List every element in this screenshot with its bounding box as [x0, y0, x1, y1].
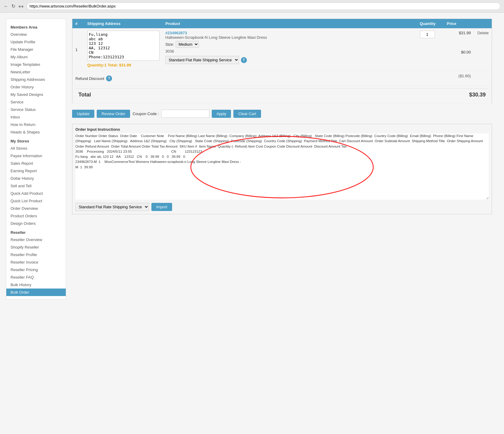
quantity-input[interactable]	[420, 31, 435, 38]
import-shipping-select[interactable]: Standard Flat Rate Shipping Service Expr…	[75, 203, 149, 211]
reseller-title: Reseller	[6, 227, 66, 236]
col-number: #	[72, 19, 84, 29]
total-label: Total	[78, 92, 91, 98]
sidebar-item-quick-list-product[interactable]: Quick List Product	[6, 197, 66, 205]
refund-row: Refund Discount ? ($1.60)	[72, 71, 492, 86]
sidebar-item-product-orders[interactable]: Product Orders	[6, 212, 66, 220]
sidebar-item-update-profile[interactable]: Update Profile	[6, 38, 66, 46]
sidebar-item-overview[interactable]: Overview	[6, 31, 66, 38]
order-row-1: 1 Fu,liang abc ab 123 12 AA, 12312 CN Ph…	[72, 28, 492, 71]
sidebar-item-sales-report[interactable]: Sales Report	[6, 160, 66, 167]
sidebar-item-all-stores[interactable]: All Stores	[6, 145, 66, 152]
sidebar-item-service-status[interactable]: Service Status	[6, 106, 66, 113]
product-name: Halloween-Scrapbook-N Long Sleeve Longli…	[165, 35, 414, 40]
qty-total-text: Quantity:1 Total: $31.99	[87, 62, 159, 69]
shipping-fee: $0.00	[447, 50, 471, 54]
price-cell: $31.99 $0.00	[444, 28, 474, 71]
sidebar-item-how-to-return[interactable]: How to Return	[6, 121, 66, 128]
sidebar-item-heads-shapes[interactable]: Heads & Shapes	[6, 128, 66, 136]
shipping-service-select[interactable]: Standard Flat Rate Shipping Service Expr…	[165, 56, 239, 64]
sidebar-item-service[interactable]: Service	[6, 98, 66, 106]
size-row: Size: Medium Small Large XL	[165, 41, 414, 48]
url-bar[interactable]	[27, 2, 500, 10]
members-area-title: Members Area	[6, 22, 66, 31]
action-bar: Update Review Order Coupon Code : Apply …	[72, 107, 492, 121]
coupon-input[interactable]	[161, 110, 209, 118]
sidebar-item-reseller-invoice[interactable]: Reseller Invoice	[6, 258, 66, 266]
browser-bar: ← ↻ ●●	[0, 0, 504, 13]
refresh-button[interactable]: ↻	[11, 3, 15, 9]
col-shipping: Shipping Address	[84, 19, 162, 29]
sidebar-item-my-saved-designs[interactable]: My Saved Designs	[6, 91, 66, 98]
sidebar-item-order-history[interactable]: Order History	[6, 83, 66, 91]
size-select[interactable]: Medium Small Large XL	[176, 41, 199, 48]
order-number-link[interactable]: #234962873	[165, 31, 187, 35]
shipping-service-row: Standard Flat Rate Shipping Service Expr…	[165, 56, 414, 64]
sidebar-item-design-orders[interactable]: Design Orders	[6, 220, 66, 227]
sidebar-item-shipping-addresses[interactable]: Shipping Addresses	[6, 76, 66, 83]
order-input-textarea[interactable]: Order Number Order Status Order Date Cus…	[75, 133, 489, 200]
sidebar-item-earning-report[interactable]: Earning Report	[6, 167, 66, 175]
item-price: $31.99	[447, 31, 471, 35]
sidebar-item-my-album[interactable]: My Album	[6, 53, 66, 61]
main-content: # Shipping Address Product Quantity Pric…	[66, 19, 498, 299]
refund-help-icon[interactable]: ?	[106, 75, 112, 81]
col-price: Price	[444, 19, 474, 29]
sidebar-item-reseller-pricing[interactable]: Reseller Pricing	[6, 266, 66, 274]
sidebar-item-reseller-faq[interactable]: Reseller FAQ	[6, 274, 66, 281]
sidebar-item-sell-and-tell[interactable]: Sell and Tell	[6, 182, 66, 190]
sidebar-item-file-manager[interactable]: File Manager	[6, 46, 66, 53]
row-number: 1	[72, 28, 84, 71]
refund-amount: ($1.60)	[458, 74, 471, 78]
size-label: Size:	[165, 42, 174, 47]
sidebar-item-bulk-order[interactable]: Bulk Order	[6, 289, 66, 296]
update-button[interactable]: Update	[72, 110, 94, 118]
shipping-address-textarea[interactable]: Fu,liang abc ab 123 12 AA, 12312 CN Phon…	[87, 31, 159, 61]
my-stores-title: My Stores	[6, 136, 66, 145]
review-order-button[interactable]: Review Order	[97, 110, 130, 118]
sidebar-item-reseller-overview[interactable]: Reseller Overview	[6, 236, 66, 243]
shipping-price-spacer	[447, 38, 471, 42]
sidebar-item-newsletter[interactable]: NewsLetter	[6, 68, 66, 76]
back-button[interactable]: ←	[4, 4, 8, 9]
sidebar-item-inbox[interactable]: Inbox	[6, 113, 66, 121]
order-content-wrapper: Order Number Order Status Order Date Cus…	[75, 133, 489, 200]
refund-label: Refund Discount	[75, 76, 104, 81]
product-cell: #234962873 Halloween-Scrapbook-N Long Sl…	[162, 28, 417, 71]
order-input-section: Order Input Instructions Order Number Or…	[72, 124, 492, 214]
order-table: # Shipping Address Product Quantity Pric…	[72, 19, 492, 104]
clear-cart-button[interactable]: Clear Cart	[233, 110, 261, 118]
import-button[interactable]: Import	[151, 203, 172, 211]
delete-cell: Delete	[474, 28, 492, 71]
sidebar-item-reseller-profile[interactable]: Reseller Profile	[6, 251, 66, 258]
sidebar-item-order-overview[interactable]: Order Overview	[6, 205, 66, 212]
total-cell: Total $30.39	[72, 86, 492, 104]
shipping-row-wrapper: Standard Flat Rate Shipping Service Expr…	[165, 56, 414, 64]
refund-label-cell: Refund Discount ?	[72, 71, 162, 86]
delete-button[interactable]: Delete	[477, 31, 489, 35]
coupon-label: Coupon Code :	[132, 112, 159, 116]
sku-text: 3036	[165, 49, 414, 53]
total-row: Total $30.39	[72, 86, 492, 104]
col-quantity: Quantity	[417, 19, 444, 29]
refund-amount-cell: ($1.60)	[162, 71, 474, 86]
sidebar: Members Area Overview Update Profile Fil…	[6, 19, 66, 299]
sidebar-item-dollar-history[interactable]: Dollar History	[6, 175, 66, 182]
shipping-help-icon[interactable]: ?	[241, 57, 247, 63]
import-bar: Standard Flat Rate Shipping Service Expr…	[75, 203, 489, 211]
total-amount: $30.39	[469, 92, 486, 98]
shipping-address-cell: Fu,liang abc ab 123 12 AA, 12312 CN Phon…	[84, 28, 162, 71]
order-input-title: Order Input Instructions	[75, 127, 489, 132]
sidebar-item-shopify-reseller[interactable]: Shopify Reseller	[6, 243, 66, 251]
quantity-cell	[417, 28, 444, 71]
sidebar-item-payee-information[interactable]: Payee Information	[6, 152, 66, 160]
col-product: Product	[162, 19, 417, 29]
sidebar-item-quick-add-product[interactable]: Quick Add Product	[6, 190, 66, 197]
sidebar-item-image-templates[interactable]: Image Templates	[6, 61, 66, 68]
apply-button[interactable]: Apply	[212, 110, 231, 118]
refund-empty-cell	[474, 71, 492, 86]
sidebar-item-bulk-history[interactable]: Bulk History	[6, 281, 66, 289]
